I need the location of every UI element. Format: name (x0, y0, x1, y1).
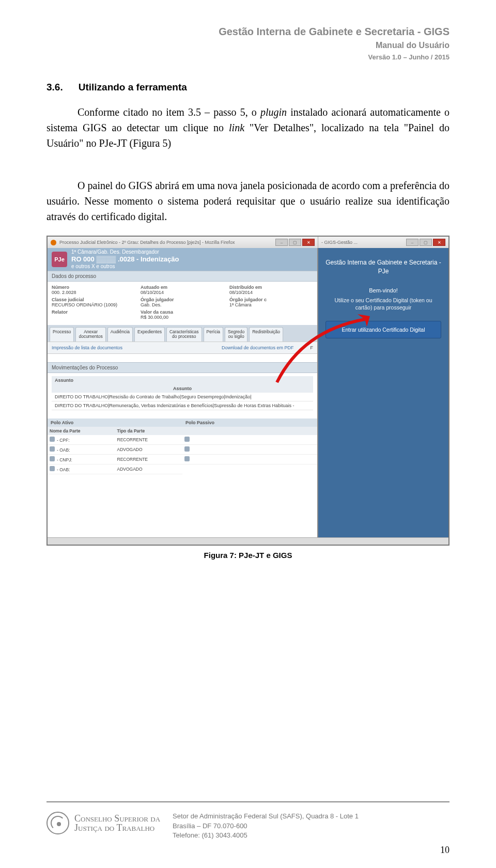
val-valor: R$ 30.000,00 (141, 315, 224, 320)
firefox-icon (51, 240, 56, 245)
para1-d: link (229, 122, 244, 133)
minimize-icon[interactable]: – (406, 239, 419, 246)
para1-a: Conforme citado no item 3.5 – passo 5, o (78, 106, 260, 118)
lbl-orgao: Órgão julgador (141, 297, 224, 302)
page-number: 10 (440, 845, 450, 856)
page-footer: Conselho Superior da Justiça do Trabalho… (47, 801, 450, 840)
person-icon (50, 446, 55, 452)
section-heading: 3.6. Utilizando a ferramenta (47, 82, 450, 93)
pje-line1: 1ª Câmara/Gab. Des. Desembargador (71, 249, 179, 255)
polo-ativo-table: Nome da ParteTipo da Parte - CPF:RECORRE… (48, 427, 182, 474)
footer-org1: Conselho Superior da (74, 814, 160, 824)
paragraph-2: O painel do GIGS abrirá em uma nova jane… (47, 178, 450, 224)
section-dados: Dados do processo (48, 271, 317, 282)
pje-pane: PJe 1ª Câmara/Gab. Des. Desembargador RO… (48, 248, 318, 537)
footer-address: Setor de Administração Federal Sul (SAFS… (173, 812, 359, 840)
gigs-login-button[interactable]: Entrar utilizando Certificado Digital (326, 321, 441, 338)
tab-pericia[interactable]: Perícia (204, 327, 223, 342)
th-assunto: Assunto (55, 378, 73, 383)
maximize-icon[interactable]: ▢ (420, 239, 432, 246)
lbl-orgaoc: Órgão julgador c (229, 297, 313, 302)
close-icon[interactable]: ✕ (433, 239, 445, 246)
part-tipo: RECORRENTE (115, 435, 183, 445)
part-nome: - CNPJ: (57, 457, 72, 462)
tab-expedientes[interactable]: Expedientes (134, 327, 165, 342)
tab-processo[interactable]: Processo (50, 327, 74, 342)
part-nome: - OAB: (57, 447, 70, 453)
tabs: Processo Anexar documentos Audiência Exp… (48, 325, 317, 342)
val-distrib: 08/10/2014 (229, 290, 313, 295)
figure-7: Processo Judicial Eletrônico - 2º Grau: … (47, 236, 450, 560)
lbl-numero: Número (52, 285, 135, 290)
tab-redistrib[interactable]: Redistribuição (249, 327, 283, 342)
val-numero: 000. 2.0028 (52, 290, 135, 295)
person-icon (50, 437, 55, 442)
th-assunto2: Assunto (173, 386, 192, 391)
csjt-mark-icon (47, 812, 69, 834)
gigs-welcome: Bem-vindo! (326, 287, 441, 293)
minimize-icon[interactable]: – (275, 239, 288, 246)
os-titlebars: Processo Judicial Eletrônico - 2º Grau: … (48, 237, 448, 248)
gigs-instruction: Utilize o seu Certificado Digital (token… (326, 297, 441, 312)
pje-logo: PJe (52, 252, 67, 267)
para1-b: plugin (260, 106, 287, 118)
val-autuado: 08/10/2014 (141, 290, 224, 295)
link-download[interactable]: Download de documentos em PDF (222, 345, 294, 350)
table-row: DIREITO DO TRABALHO|Rescisão do Contrato… (52, 393, 313, 401)
tab-anexar[interactable]: Anexar documentos (75, 327, 105, 342)
table-row: DIREITO DO TRABALHO|Remuneração, Verbas … (52, 401, 313, 410)
close-icon[interactable]: ✕ (302, 239, 315, 246)
part-tipo: ADVOGADO (115, 444, 183, 454)
tab-audiencia[interactable]: Audiência (107, 327, 133, 342)
person-icon (184, 437, 190, 442)
polo-passivo-table (182, 427, 317, 464)
th-nome: Nome da Parte (48, 427, 115, 435)
val-orgao: Gab. Des. (141, 302, 224, 307)
polo-ativo-hdr: Polo Ativo (48, 419, 182, 427)
screenshot: Processo Judicial Eletrônico - 2º Grau: … (47, 236, 450, 546)
doc-subtitle: Manual do Usuário (47, 41, 450, 50)
addr2: Brasília – DF 70.070-600 (173, 822, 359, 831)
part-nome: - CPF: (57, 438, 70, 443)
addr1: Setor de Administração Federal Sul (SAFS… (173, 812, 359, 821)
footer-org2: Justiça do Trabalho (74, 823, 160, 833)
pje-topbar: PJe 1ª Câmara/Gab. Des. Desembargador RO… (48, 248, 317, 271)
gigs-pane: Gestão Interna de Gabinete e Secretaria … (318, 248, 448, 537)
lbl-autuado: Autuado em (141, 285, 224, 290)
gigs-title: Gestão Interna de Gabinete e Secretaria … (326, 258, 441, 276)
polo-passivo-hdr: Polo Passivo (182, 419, 317, 427)
lbl-distrib: Distribuído em (229, 285, 313, 290)
section-mov: Movimentações do Processo (48, 362, 317, 373)
pje-line3: e outros X e outros (71, 264, 179, 270)
window-title-left: Processo Judicial Eletrônico - 2º Grau: … (48, 237, 318, 248)
lbl-relator: Relator (52, 309, 135, 315)
lbl-valor: Valor da causa (141, 309, 224, 315)
val-orgaoc: 1ª Câmara (229, 302, 313, 307)
footer-logo: Conselho Superior da Justiça do Trabalho (47, 812, 160, 834)
maximize-icon[interactable]: ▢ (289, 239, 301, 246)
pje-line2a: RO 000 (71, 255, 95, 263)
person-icon (184, 456, 190, 461)
lbl-classe: Classe judicial (52, 297, 135, 302)
part-tipo: ADVOGADO (115, 464, 183, 474)
tab-segredo[interactable]: Segredo ou sigilo (225, 327, 247, 342)
person-icon (50, 456, 55, 461)
process-fields: Número000. 2.0028 Autuado em08/10/2014 D… (48, 282, 317, 325)
paragraph-1: Conforme citado no item 3.5 – passo 5, o… (47, 104, 450, 151)
th-tipo: Tipo da Parte (115, 427, 183, 435)
person-icon (50, 466, 55, 471)
val-classe: RECURSO ORDINÁRIO (1009) (52, 302, 135, 307)
status-bar (48, 537, 448, 545)
doc-version: Versão 1.0 – Junho / 2015 (47, 53, 450, 61)
window-title-right: - GIGS-Gestão ... – ▢ ✕ (318, 237, 448, 248)
pje-line2b: .0028 - Indenização (118, 255, 179, 263)
doc-title: Gestão Interna de Gabinete e Secretaria … (47, 26, 450, 38)
tab-caracteristicas[interactable]: Características do processo (166, 327, 202, 342)
window-title-right-text: - GIGS-Gestão ... (321, 240, 358, 245)
addr3: Telefone: (61) 3043.4005 (173, 831, 359, 840)
figure-caption: Figura 7: PJe-JT e GIGS (47, 551, 450, 560)
link-impressao[interactable]: Impressão de lista de documentos (52, 345, 122, 350)
part-tipo: RECORRENTE (115, 454, 183, 464)
window-title-left-text: Processo Judicial Eletrônico - 2º Grau: … (59, 240, 235, 245)
mov-table: Assunto Assunto DIREITO DO TRABALHO|Resc… (48, 373, 317, 413)
